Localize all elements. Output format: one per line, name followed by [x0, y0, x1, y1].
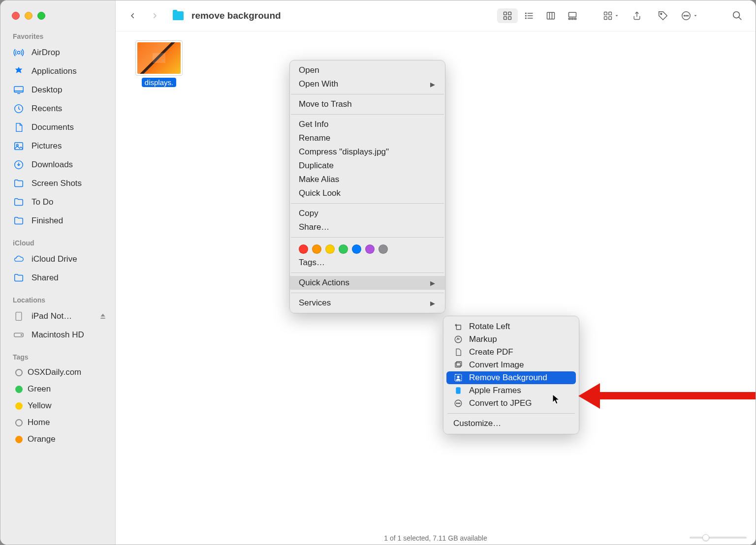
svg-rect-16: [547, 12, 555, 19]
tag-color-red[interactable]: [299, 244, 308, 254]
chevron-right-icon: ▶: [430, 279, 435, 287]
menu-item-rename[interactable]: Rename: [290, 131, 445, 145]
svg-rect-11: [504, 17, 507, 20]
menu-item-copy[interactable]: Copy: [290, 207, 445, 220]
view-icons-button[interactable]: [497, 8, 518, 23]
eject-icon[interactable]: [99, 313, 106, 320]
tag-color-green[interactable]: [339, 244, 348, 254]
submenu-item-create-pdf[interactable]: Create PDF: [446, 346, 576, 359]
menu-item-compress[interactable]: Compress "displays.jpg": [290, 145, 445, 159]
submenu-item-rotate-left[interactable]: Rotate Left: [446, 320, 576, 333]
sidebar-item-label: AirDrop: [32, 48, 60, 58]
sidebar-tag-orange[interactable]: Orange: [0, 431, 115, 448]
sidebar-item-screenshots[interactable]: Screen Shots: [0, 174, 115, 193]
ipad-icon: [13, 310, 25, 322]
menu-item-quick-look[interactable]: Quick Look: [290, 186, 445, 200]
sidebar-item-macintosh-hd[interactable]: Macintosh HD: [0, 326, 115, 344]
menu-item-tags[interactable]: Tags…: [290, 256, 445, 270]
submenu-item-convert-to-jpeg[interactable]: Convert to JPEG: [446, 397, 576, 410]
tag-color-yellow[interactable]: [325, 244, 335, 254]
sidebar-item-finished[interactable]: Finished: [0, 212, 115, 230]
menu-item-get-info[interactable]: Get Info: [290, 118, 445, 131]
sidebar-tag-osxdaily[interactable]: OSXDaily.com: [0, 364, 115, 381]
search-button[interactable]: [728, 8, 747, 23]
menu-item-share[interactable]: Share…: [290, 220, 445, 234]
folder-icon: [13, 215, 25, 227]
sidebar-item-label: Pictures: [32, 141, 62, 151]
sidebar-item-recents[interactable]: Recents: [0, 99, 115, 118]
sidebar-item-documents[interactable]: Documents: [0, 118, 115, 137]
sidebar-item-label: OSXDaily.com: [28, 367, 81, 377]
menu-item-open-with[interactable]: Open With▶: [290, 77, 445, 91]
sidebar-item-airdrop[interactable]: AirDrop: [0, 43, 115, 62]
back-button[interactable]: [125, 8, 141, 23]
forward-button[interactable]: [146, 8, 163, 23]
menu-separator: [291, 237, 444, 238]
sidebar-item-icloud-drive[interactable]: iCloud Drive: [0, 250, 115, 269]
submenu-item-convert-image[interactable]: Convert Image: [446, 359, 576, 371]
menu-item-move-to-trash[interactable]: Move to Trash: [290, 97, 445, 111]
svg-rect-12: [508, 17, 511, 20]
view-columns-button[interactable]: [540, 8, 561, 23]
sidebar-item-pictures[interactable]: Pictures: [0, 137, 115, 155]
sidebar-item-shared[interactable]: Shared: [0, 269, 115, 287]
tag-dot-icon: [15, 386, 23, 393]
submenu-item-markup[interactable]: Markup: [446, 333, 576, 346]
window-title: remove background: [191, 10, 281, 21]
sidebar-item-downloads[interactable]: Downloads: [0, 155, 115, 174]
submenu-item-remove-background[interactable]: Remove Background: [446, 371, 576, 384]
menu-item-open[interactable]: Open: [290, 63, 445, 77]
share-button[interactable]: [628, 8, 646, 23]
icon-size-slider[interactable]: [690, 533, 747, 542]
submenu-item-apple-frames[interactable]: Apple Frames: [446, 384, 576, 397]
tag-color-orange[interactable]: [312, 244, 321, 254]
svg-point-39: [456, 403, 457, 404]
svg-rect-19: [571, 18, 573, 20]
sidebar-item-label: Green: [28, 384, 51, 394]
tag-color-row: [290, 241, 445, 256]
icloud-icon: [13, 253, 25, 265]
sidebar-section-favorites: Favorites: [0, 30, 115, 43]
view-list-button[interactable]: [519, 8, 539, 23]
menu-separator: [291, 114, 444, 115]
sidebar-tag-green[interactable]: Green: [0, 381, 115, 397]
svg-point-36: [457, 376, 460, 378]
group-by-dropdown[interactable]: [601, 8, 620, 23]
tag-color-purple[interactable]: [365, 244, 375, 254]
menu-item-services[interactable]: Services▶: [290, 296, 445, 310]
tag-color-gray[interactable]: [378, 244, 388, 254]
tag-color-blue[interactable]: [352, 244, 361, 254]
view-gallery-button[interactable]: [562, 8, 583, 23]
svg-rect-37: [456, 387, 460, 394]
submenu-item-customize[interactable]: Customize…: [446, 417, 576, 430]
tags-button[interactable]: [654, 8, 672, 23]
chevron-right-icon: ▶: [430, 81, 435, 88]
menu-item-duplicate[interactable]: Duplicate: [290, 159, 445, 173]
sidebar-item-applications[interactable]: Applications: [0, 62, 115, 81]
file-name-label[interactable]: displays.: [142, 78, 176, 87]
svg-rect-22: [608, 12, 611, 15]
close-window-button[interactable]: [12, 12, 20, 20]
sidebar-tag-yellow[interactable]: Yellow: [0, 397, 115, 414]
status-bar: 1 of 1 selected, 7.11 GB available: [116, 532, 756, 545]
sidebar-item-desktop[interactable]: Desktop: [0, 81, 115, 99]
desktop-icon: [13, 84, 25, 96]
svg-rect-10: [508, 12, 511, 15]
sidebar-item-ipad[interactable]: iPad Not…: [0, 307, 115, 326]
actions-dropdown[interactable]: [680, 8, 698, 23]
svg-rect-18: [569, 18, 570, 20]
file-item[interactable]: displays.: [132, 40, 186, 87]
sidebar-item-label: Yellow: [28, 401, 52, 411]
sidebar-item-label: iCloud Drive: [32, 254, 77, 264]
menu-item-make-alias[interactable]: Make Alias: [290, 173, 445, 186]
sidebar-tag-home[interactable]: Home: [0, 414, 115, 431]
fullscreen-window-button[interactable]: [37, 12, 45, 20]
menu-item-quick-actions[interactable]: Quick Actions▶: [290, 276, 445, 290]
sidebar-item-label: Screen Shots: [32, 179, 82, 188]
sidebar-item-todo[interactable]: To Do: [0, 193, 115, 212]
menu-separator: [291, 293, 444, 293]
minimize-window-button[interactable]: [25, 12, 32, 20]
svg-point-30: [733, 12, 740, 18]
sidebar-section-tags: Tags: [0, 351, 115, 364]
sidebar-item-label: Applications: [32, 66, 77, 76]
